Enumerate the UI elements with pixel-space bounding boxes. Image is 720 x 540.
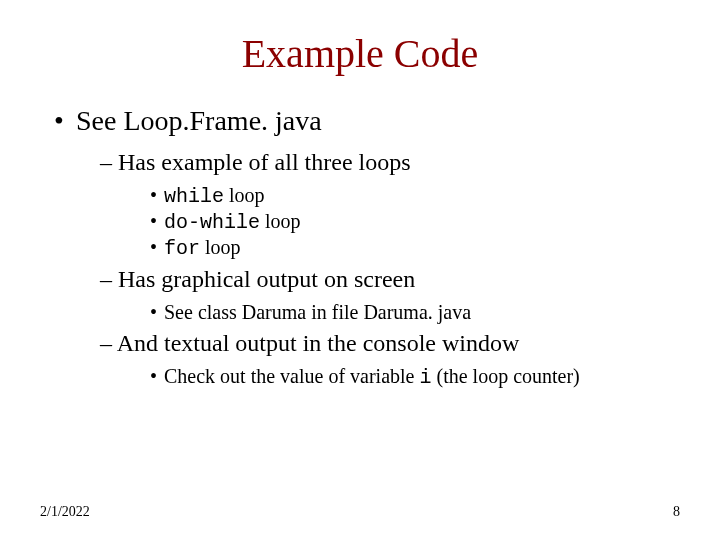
- level3-post: (the loop counter): [431, 365, 579, 387]
- code-keyword: for: [164, 237, 200, 260]
- bullet-level2: – And textual output in the console wind…: [100, 330, 680, 357]
- bullet-dot-icon: •: [150, 365, 164, 388]
- level3-tail: loop: [200, 236, 241, 258]
- dash-icon: –: [100, 149, 112, 175]
- bullet-level3: •for loop: [150, 236, 680, 260]
- level2-text: And textual output in the console window: [117, 330, 520, 356]
- bullet-level3: •while loop: [150, 184, 680, 208]
- bullet-dot-icon: •: [150, 184, 164, 207]
- dash-icon: –: [100, 266, 112, 292]
- bullet-level3: •Check out the value of variable i (the …: [150, 365, 680, 389]
- bullet-level2: – Has graphical output on screen: [100, 266, 680, 293]
- bullet-dot-icon: •: [54, 105, 76, 137]
- bullet-level3: •do-while loop: [150, 210, 680, 234]
- level2-text: Has graphical output on screen: [118, 266, 415, 292]
- code-keyword: while: [164, 185, 224, 208]
- bullet-dot-icon: •: [150, 236, 164, 259]
- code-keyword: do-while: [164, 211, 260, 234]
- level2-text: Has example of all three loops: [118, 149, 411, 175]
- footer-page-number: 8: [673, 504, 680, 520]
- code-keyword: i: [419, 366, 431, 389]
- footer: 2/1/2022 8: [40, 504, 680, 520]
- slide: Example Code •See Loop.Frame. java – Has…: [0, 0, 720, 540]
- dash-icon: –: [100, 330, 112, 356]
- level3-text: See class Daruma in file Daruma. java: [164, 301, 471, 323]
- level3-pre: Check out the value of variable: [164, 365, 419, 387]
- level3-tail: loop: [260, 210, 301, 232]
- level3-tail: loop: [224, 184, 265, 206]
- level1-text: See Loop.Frame. java: [76, 105, 322, 136]
- bullet-level1: •See Loop.Frame. java: [54, 105, 680, 137]
- footer-date: 2/1/2022: [40, 504, 90, 520]
- bullet-level2: – Has example of all three loops: [100, 149, 680, 176]
- bullet-level3: •See class Daruma in file Daruma. java: [150, 301, 680, 324]
- bullet-dot-icon: •: [150, 210, 164, 233]
- bullet-dot-icon: •: [150, 301, 164, 324]
- slide-title: Example Code: [40, 30, 680, 77]
